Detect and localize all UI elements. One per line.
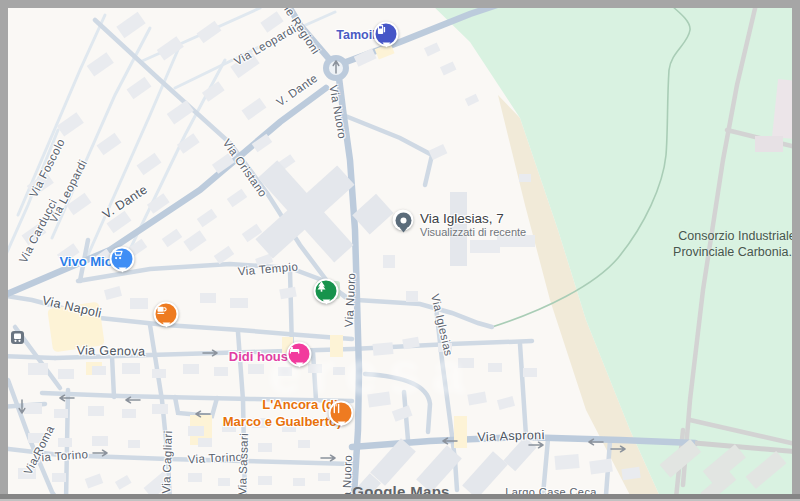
park-marker[interactable] — [314, 279, 339, 304]
street-label-via-sassari: Via Sassari — [236, 433, 250, 496]
poi-label-didi-house[interactable]: Didi house — [229, 349, 295, 364]
poi-label-vivo-mio[interactable]: Vivo Mio — [59, 254, 112, 269]
tree-icon — [316, 281, 328, 293]
recent-place-title[interactable]: Via Iglesias, 7 — [420, 211, 504, 226]
area-label-line1: Consorzio Industriale — [678, 229, 795, 243]
lodging-marker[interactable] — [287, 342, 312, 367]
fork-knife-icon — [331, 403, 343, 415]
street-label-largo-case-ceca: Largo Case Ceca — [505, 486, 597, 498]
poi-label-ancora-line2[interactable]: Marco e Gualberto) — [223, 414, 341, 429]
google-maps-attribution: Google Maps — [352, 483, 449, 500]
street-label-via-cagliari: Via Cagliari — [160, 430, 174, 494]
coffee-cup-icon — [156, 304, 168, 316]
poi-label-tamoil[interactable]: Tamoil — [336, 28, 375, 42]
gas-station-marker[interactable] — [374, 22, 399, 47]
recent-place-pin[interactable] — [393, 210, 414, 231]
map-screenshot: eresa le Regioni V. Dante Via Leopardi V… — [0, 0, 800, 501]
map-canvas[interactable]: eresa le Regioni V. Dante Via Leopardi V… — [0, 0, 800, 501]
cafe-marker[interactable] — [154, 302, 179, 327]
street-label-via-asproni: Via Asproni — [477, 428, 545, 444]
recent-pin-inner — [395, 212, 411, 228]
poi-label-ancora-line1[interactable]: L'Ancora (di — [262, 397, 337, 412]
gas-pump-icon — [376, 24, 388, 36]
area-label-line2: Provinciale Carbonia... — [673, 245, 799, 259]
street-label-via-genova: Via Genova — [76, 343, 145, 358]
restaurant-marker[interactable] — [329, 401, 354, 426]
bus-stop-icon[interactable] — [11, 331, 24, 344]
bed-icon — [289, 344, 301, 356]
recent-place-subtitle: Visualizzati di recente — [420, 226, 526, 238]
shopping-marker[interactable] — [110, 247, 135, 272]
shopping-cart-icon — [112, 249, 124, 261]
